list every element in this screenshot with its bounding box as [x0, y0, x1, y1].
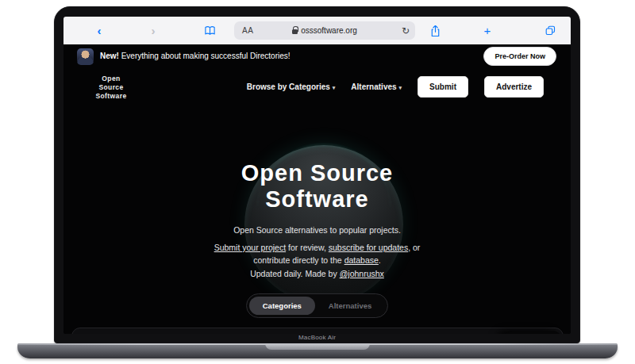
forward-icon: › — [152, 24, 156, 37]
preorder-button[interactable]: Pre-Order Now — [483, 47, 556, 66]
view-toggle-wrap: Categories Alternatives — [64, 293, 571, 318]
hero-title-line: Software — [64, 186, 571, 213]
nav-browse-categories[interactable]: Browse by Categories▾ — [247, 82, 336, 91]
hero-links-text: contribute directly to the — [253, 255, 344, 265]
forward-button[interactable]: › — [146, 17, 160, 44]
text-size-button[interactable]: AA — [242, 26, 253, 35]
back-button[interactable]: ‹ — [92, 17, 106, 44]
share-icon — [430, 25, 441, 37]
subscribe-link[interactable]: subscribe for updates — [329, 243, 408, 252]
laptop-screen: ‹ › AA osssoftware.org ↻ — [64, 17, 571, 334]
url-text: osssoftware.org — [301, 26, 357, 35]
nav-alternatives-label: Alternatives — [351, 82, 396, 91]
chevron-down-icon: ▾ — [333, 85, 336, 90]
updated-text: Updated daily. Made by — [250, 269, 339, 278]
advertize-button[interactable]: Advertize — [484, 76, 544, 98]
site-logo[interactable]: Open Source Software — [86, 75, 137, 101]
submit-project-link[interactable]: Submit your project — [214, 243, 286, 252]
lock-icon — [292, 29, 298, 34]
new-tab-button[interactable]: + — [479, 17, 495, 44]
logo-line: Software — [86, 92, 137, 101]
view-toggle: Categories Alternatives — [246, 293, 389, 318]
site-nav: Open Source Software Browse by Categorie… — [64, 71, 571, 102]
hero-links-text: for review, — [286, 243, 329, 252]
chevron-down-icon: ▾ — [399, 85, 402, 90]
url-display: osssoftware.org — [234, 26, 415, 35]
laptop-base — [17, 343, 618, 358]
hero-title: Open Source Software — [64, 160, 571, 213]
bookmarks-button[interactable] — [202, 17, 217, 44]
toggle-alternatives[interactable]: Alternatives — [315, 297, 385, 315]
nav-browse-categories-label: Browse by Categories — [247, 82, 330, 91]
browser-toolbar: ‹ › AA osssoftware.org ↻ — [64, 17, 571, 44]
promo-banner: New! Everything about making successful … — [64, 44, 571, 68]
hero-links: Submit your project for review, subscrib… — [64, 241, 571, 267]
hero-title-line: Open Source — [64, 160, 571, 186]
author-link[interactable]: @johnrushx — [340, 269, 384, 278]
page: MacBook Air ‹ › AA osssoftware.org — [0, 0, 635, 364]
back-icon: ‹ — [98, 24, 102, 37]
toggle-categories[interactable]: Categories — [249, 297, 315, 315]
banner-highlight: New! — [100, 52, 119, 60]
hero-links-text: , or — [408, 243, 420, 252]
made-by-badge[interactable]: by John — [502, 331, 563, 334]
logo-line: Source — [86, 83, 137, 92]
search-input[interactable] — [72, 328, 563, 334]
reload-button[interactable]: ↻ — [402, 25, 410, 36]
site-content: New! Everything about making successful … — [64, 44, 571, 334]
banner-message: Everything about making successful Direc… — [119, 52, 291, 60]
hero-updated: Updated daily. Made by @johnrushx — [64, 269, 571, 278]
search-box — [71, 328, 564, 334]
hero-links-text: . — [379, 255, 381, 265]
banner-avatar — [77, 48, 94, 65]
tabs-icon — [545, 25, 556, 36]
laptop-base-notch — [265, 343, 370, 350]
logo-line: Open — [86, 75, 137, 83]
plus-icon: + — [484, 24, 491, 37]
book-icon — [204, 25, 216, 36]
submit-button[interactable]: Submit — [418, 76, 468, 98]
laptop-model-label: MacBook Air — [55, 334, 579, 341]
database-link[interactable]: database — [344, 255, 379, 265]
share-button[interactable] — [427, 17, 443, 44]
banner-text: New! Everything about making successful … — [100, 52, 291, 60]
nav-menu: Browse by Categories▾ Alternatives▾ Subm… — [247, 71, 544, 102]
nav-alternatives[interactable]: Alternatives▾ — [351, 82, 402, 91]
tabs-overview-button[interactable] — [541, 17, 559, 44]
hero-subtitle: Open Source alternatives to popular proj… — [64, 225, 571, 235]
address-bar[interactable]: AA osssoftware.org ↻ — [234, 21, 415, 40]
